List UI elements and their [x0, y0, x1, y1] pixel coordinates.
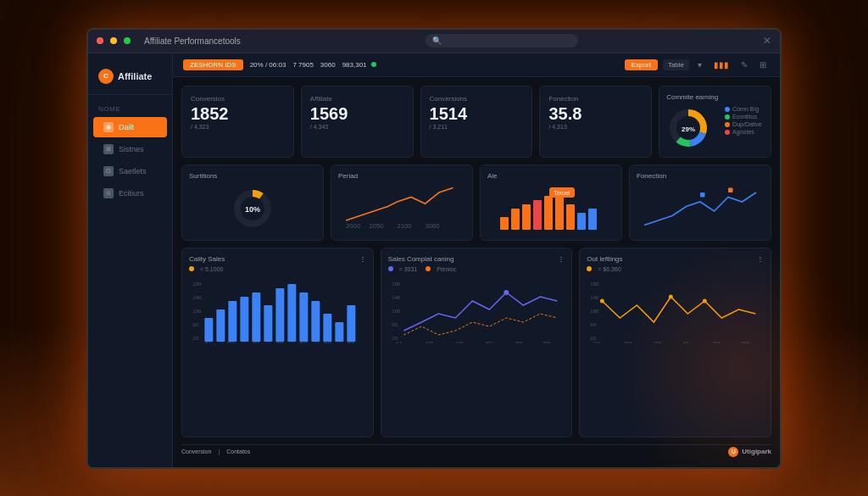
svg-rect-24 [728, 187, 733, 192]
title-bar: Affiliate Performancetools 🔍 ✕ [88, 30, 780, 53]
sidebar-item-sistnes[interactable]: ⊞ Sistnes [93, 139, 167, 159]
top-nav-right: Export Table ▾ ▮▮▮ ✎ ⊞ [625, 59, 770, 71]
dailt-icon: ◉ [103, 122, 114, 132]
commission-title: Commite earning [666, 93, 718, 101]
svg-rect-35 [264, 305, 272, 342]
brand-logo: U [728, 447, 738, 457]
ale-title: Ale [487, 172, 615, 180]
status-dot [371, 62, 376, 67]
maximize-button[interactable] [124, 37, 131, 44]
fonection-line-chart [637, 183, 764, 230]
svg-text:2100: 2100 [398, 221, 412, 229]
svg-text:60: 60 [392, 322, 398, 327]
legend-item-1: Econtitus [725, 114, 764, 120]
table-button[interactable]: Table [663, 59, 689, 70]
svg-text:3060: 3060 [426, 221, 440, 229]
footer-contatos[interactable]: Contatos [226, 449, 250, 454]
sales-legend: = 3031 Pienioc [388, 266, 565, 272]
svg-text:20: 20 [192, 336, 198, 341]
search-bar[interactable]: 🔍 [426, 34, 578, 47]
svg-rect-14 [522, 204, 531, 230]
sales-legend-label: = 3031 [399, 266, 418, 272]
edit-icon[interactable]: ✎ [737, 59, 751, 71]
svg-text:3M4: 3M4 [323, 341, 331, 343]
legend-item-2: Dup/Dative [725, 121, 764, 127]
surtitions-title: Surtitions [189, 172, 316, 180]
sidebar-item-ecitiurs[interactable]: ⊙ Ecitiurs [93, 183, 167, 203]
svg-text:2050: 2050 [370, 221, 384, 229]
footer-bar: Conversion | Contatos U Utigipark [181, 444, 771, 459]
out-leftlings-title: Out leftlings [587, 255, 622, 263]
stat-cards-row: Conversios 1852 / 4,323 Affiliate 1569 /… [181, 86, 771, 158]
legend-dot-3 [725, 130, 730, 135]
svg-rect-16 [544, 196, 553, 230]
cality-sales-title: Cality Sales [189, 255, 225, 263]
stat-sub-2: / 3,211 [430, 124, 524, 130]
svg-text:1/2: 1/2 [595, 341, 601, 343]
svg-rect-42 [347, 305, 355, 342]
commission-donut-chart: 29% [666, 106, 710, 150]
top-nav: ZESHORN IDS 20% / 06:03 7 7905 3060 983,… [173, 53, 780, 77]
sales-complat-header: Sales Complat caning ⋮ [388, 255, 565, 263]
saetlets-icon: ⊡ [103, 166, 114, 176]
svg-rect-15 [533, 200, 542, 230]
sales-legend-label-2: Pienioc [437, 266, 456, 272]
svg-text:3U2: 3U2 [299, 341, 307, 343]
stat-label-3: Fonection [548, 95, 643, 103]
svg-text:180: 180 [192, 281, 202, 287]
app-container: C Affiliate Nome ◉ Dailt ⊞ Sistnes ⊡ Sae… [88, 53, 780, 467]
nav-stat-1: 20% / 06:03 [250, 61, 287, 69]
minimize-button[interactable] [110, 37, 117, 44]
svg-text:P48: P48 [742, 341, 749, 343]
sidebar-item-saetlets[interactable]: ⊡ Saetlets [93, 161, 167, 181]
sidebar-label-ecitiurs: Ecitiurs [119, 189, 144, 198]
export-button[interactable]: Export [625, 59, 658, 70]
chart-bar-icon[interactable]: ▮▮▮ [710, 59, 732, 71]
footer-brand: U Utigipark [728, 447, 771, 457]
legend-item-3: Agnotes [725, 129, 764, 135]
search-placeholder: 🔍 [432, 36, 442, 45]
svg-text:2P5: 2P5 [347, 341, 354, 343]
svg-rect-19 [577, 213, 586, 230]
cality-legend-dot [189, 266, 194, 271]
sales-legend-dot-2 [426, 266, 431, 271]
stat-card-fonection: Fonection 35.8 / 4,313 [539, 86, 652, 158]
stat-sub-1: / 4,343 [310, 124, 404, 130]
stat-card-conversios: Conversios 1852 / 4,323 [181, 86, 294, 158]
main-content: ZESHORN IDS 20% / 06:03 7 7905 3060 983,… [173, 53, 780, 467]
nav-tab-zeshorn[interactable]: ZESHORN IDS [183, 59, 243, 70]
svg-text:180: 180 [591, 281, 600, 287]
sidebar-label-sistnes: Sistnes [119, 145, 144, 153]
svg-text:140: 140 [392, 295, 401, 300]
svg-text:1P6: 1P6 [654, 341, 662, 343]
svg-text:140: 140 [591, 295, 600, 300]
out-leftlings-menu[interactable]: ⋮ [757, 255, 764, 263]
logo-text: Affiliate [118, 71, 152, 81]
svg-rect-20 [588, 209, 597, 230]
period-line-chart: 2000 2050 2100 3060 [338, 183, 465, 230]
grid-icon[interactable]: ⊞ [756, 59, 770, 71]
legend-dot-0 [725, 107, 730, 112]
svg-text:1P6: 1P6 [455, 341, 463, 343]
cality-sales-header: Cality Sales ⋮ [189, 255, 366, 263]
svg-rect-23 [700, 192, 705, 198]
close-icon[interactable]: ✕ [763, 35, 771, 47]
svg-rect-34 [252, 293, 260, 342]
commission-card: Commite earning 29% [659, 86, 771, 158]
close-button[interactable] [97, 37, 103, 44]
sistnes-icon: ⊞ [103, 144, 114, 154]
footer-conversion[interactable]: Conversion [181, 449, 211, 454]
svg-rect-33 [240, 297, 248, 342]
sidebar-item-dailt[interactable]: ◉ Dailt [93, 117, 167, 137]
surtitions-donut-wrap: 10% [189, 183, 316, 234]
svg-text:1P6: 1P6 [714, 341, 721, 343]
stat-card-affiliate: Affiliate 1569 / 4,343 [301, 86, 414, 158]
svg-text:Torue!: Torue! [554, 190, 570, 196]
stat-value-3: 35.8 [548, 105, 643, 122]
period-title: Periad [338, 172, 465, 180]
svg-text:60: 60 [192, 322, 198, 327]
cality-sales-menu[interactable]: ⋮ [359, 255, 366, 263]
sales-complat-menu[interactable]: ⋮ [558, 255, 565, 263]
svg-text:2P6: 2P6 [542, 341, 550, 343]
dropdown-icon[interactable]: ▾ [694, 59, 705, 71]
